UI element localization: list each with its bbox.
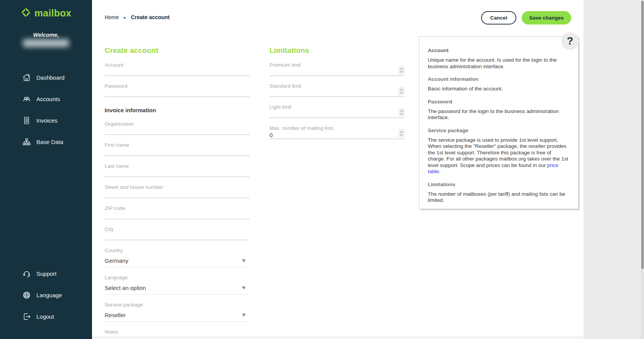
first-name-input[interactable] <box>105 148 250 156</box>
organization-field: Organization <box>105 121 250 135</box>
premium-limit-field: Premium limit <box>269 62 405 76</box>
notes-field: Notes <box>105 329 250 339</box>
chevron-down-icon <box>242 314 246 317</box>
stepper-down-icon[interactable] <box>400 112 403 115</box>
sidebar-item-base-data[interactable]: Base Data <box>0 131 92 152</box>
notes-label: Notes <box>105 329 250 335</box>
zip-code-field: ZIP code <box>105 205 250 219</box>
premium-limit-label: Premium limit <box>269 62 405 68</box>
mailing-lists-stepper[interactable] <box>398 129 405 138</box>
help-section-title: Limitations <box>428 182 570 187</box>
help-panel: Account Unique name for the account. Is … <box>419 36 578 209</box>
cancel-button[interactable]: Cancel <box>481 11 516 25</box>
vertical-scrollbar[interactable] <box>641 0 644 339</box>
account-input[interactable] <box>105 68 250 75</box>
breadcrumb: Home ▸ Create account <box>105 14 170 20</box>
breadcrumb-separator-icon: ▸ <box>124 15 126 20</box>
stepper-down-icon[interactable] <box>400 91 403 93</box>
standard-limit-field: Standard limit <box>269 83 405 97</box>
sidebar-item-label: Language <box>36 292 62 298</box>
sidebar-item-label: Dashboard <box>36 74 64 81</box>
sidebar-item-label: Logout <box>36 313 54 320</box>
sidebar-item-label: Support <box>36 270 57 277</box>
street-field: Street and house number <box>105 184 250 198</box>
help-section-title: Password <box>428 99 570 105</box>
mailing-lists-label: Max. number of mailing lists <box>269 125 405 131</box>
sitemap-icon <box>22 138 31 146</box>
city-input[interactable] <box>105 233 250 240</box>
stepper-down-icon[interactable] <box>400 70 403 72</box>
sidebar-item-label: Base Data <box>36 139 63 145</box>
mailbox-logo[interactable]: mailbox <box>0 7 92 19</box>
organization-input[interactable] <box>105 127 250 134</box>
save-changes-button[interactable]: Save changes <box>522 11 571 25</box>
welcome-text: Welcome, <box>0 32 92 38</box>
users-icon <box>22 95 31 103</box>
sidebar-item-dashboard[interactable]: Dashboard <box>0 67 92 88</box>
invoice-icon <box>22 116 31 125</box>
sidebar-item-support[interactable]: Support <box>0 263 92 284</box>
create-account-form: Create account Account Password Invoice … <box>105 46 250 339</box>
premium-limit-stepper[interactable] <box>398 66 405 74</box>
breadcrumb-home-link[interactable]: Home <box>105 14 119 20</box>
first-name-field: First name <box>105 142 250 156</box>
user-name-blurred <box>23 39 69 47</box>
limitations-form: Limitations Premium limit Standard limit… <box>269 46 405 139</box>
create-account-title: Create account <box>105 46 250 55</box>
standard-limit-stepper[interactable] <box>398 87 405 95</box>
street-input[interactable] <box>105 190 250 198</box>
language-select[interactable]: Select an option <box>105 284 250 295</box>
light-limit-field: Light limit <box>269 104 405 118</box>
home-icon <box>22 73 31 82</box>
headset-icon <box>22 269 31 278</box>
breadcrumb-current: Create account <box>131 14 169 20</box>
city-label: City <box>105 226 250 233</box>
help-button[interactable]: ? <box>561 32 579 50</box>
help-section-title: Account <box>428 47 570 53</box>
sidebar-item-label: Invoices <box>36 117 58 124</box>
limitations-title: Limitations <box>269 46 405 55</box>
standard-limit-label: Standard limit <box>269 83 405 89</box>
invoice-information-heading: Invoice information <box>105 107 250 114</box>
premium-limit-input[interactable] <box>269 68 405 75</box>
first-name-label: First name <box>105 142 250 148</box>
sidebar-item-language[interactable]: Language <box>0 284 92 306</box>
sidebar-footer-nav: Support Language Logout <box>0 263 92 327</box>
account-field: Account <box>105 62 250 76</box>
country-field: Country Germany <box>105 247 250 267</box>
page-background <box>583 0 644 339</box>
password-label: Password <box>105 83 250 89</box>
mailbox-logo-icon <box>21 7 31 19</box>
help-section-body: Unique name for the account. Is used for… <box>428 57 570 70</box>
mailbox-logo-text: mailbox <box>34 8 72 19</box>
last-name-input[interactable] <box>105 169 250 177</box>
sidebar-item-accounts[interactable]: Accounts <box>0 88 92 110</box>
scrollbar-thumb[interactable] <box>641 1 644 269</box>
sidebar-item-label: Accounts <box>36 96 60 102</box>
service-package-selected-value: Reseller <box>105 311 250 319</box>
service-package-select[interactable]: Reseller <box>105 311 250 322</box>
help-section-title: Account information <box>428 76 570 82</box>
organization-label: Organization <box>105 121 250 127</box>
chevron-down-icon <box>242 259 246 262</box>
help-section-body: The service package is used to provide 1… <box>428 137 570 175</box>
globe-icon <box>22 291 31 300</box>
country-label: Country <box>105 247 250 254</box>
mailing-lists-input[interactable] <box>269 131 405 139</box>
street-label: Street and house number <box>105 184 250 190</box>
help-section-body: The password for the login to the busine… <box>428 108 570 121</box>
zip-code-input[interactable] <box>105 211 250 219</box>
service-package-label: Service package <box>105 301 250 308</box>
light-limit-input[interactable] <box>269 110 405 118</box>
service-package-field: Service package Reseller <box>105 301 250 322</box>
sidebar-item-invoices[interactable]: Invoices <box>0 110 92 131</box>
zip-code-label: ZIP code <box>105 205 250 211</box>
sidebar-item-logout[interactable]: Logout <box>0 306 92 327</box>
password-input[interactable] <box>105 89 250 97</box>
light-limit-stepper[interactable] <box>398 108 405 116</box>
standard-limit-input[interactable] <box>269 89 405 97</box>
stepper-down-icon[interactable] <box>400 133 403 136</box>
language-label: Language <box>105 274 250 281</box>
country-select[interactable]: Germany <box>105 257 250 267</box>
last-name-label: Last name <box>105 163 250 169</box>
